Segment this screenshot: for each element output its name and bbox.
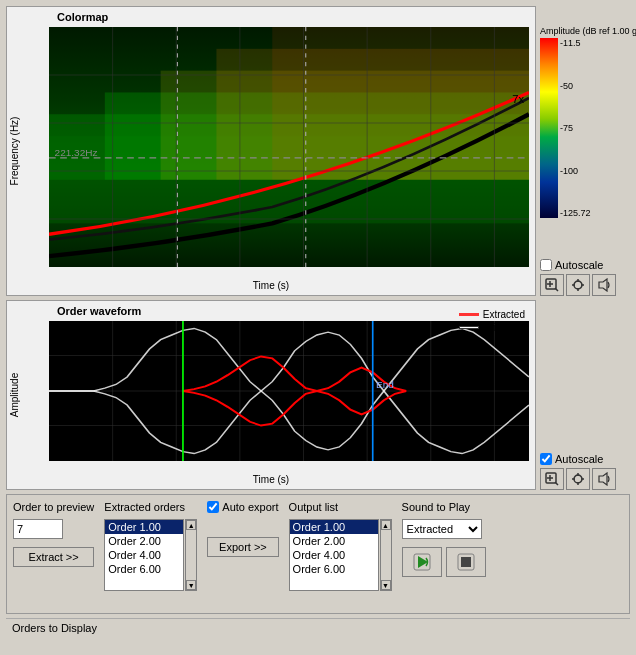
list-item[interactable]: Order 1.00 bbox=[290, 520, 378, 534]
svg-line-51 bbox=[555, 482, 558, 485]
audio-icon-2 bbox=[597, 472, 611, 486]
waveform-panel: Order waveform Amplitude bbox=[6, 300, 630, 490]
bottom-audio-btn[interactable] bbox=[592, 468, 616, 490]
waveform-title: Order waveform bbox=[57, 305, 141, 317]
orders-to-display-label: Orders to Display bbox=[6, 620, 97, 634]
colormap-area: Colormap Frequency (Hz) bbox=[6, 6, 536, 296]
amp-label: Amplitude (dB ref 1.00 g) bbox=[540, 26, 630, 36]
extracted-orders-listbox[interactable]: Order 1.00 Order 2.00 Order 4.00 Order 6… bbox=[104, 519, 184, 591]
list-item[interactable]: Order 4.00 bbox=[105, 548, 183, 562]
pan-icon-2 bbox=[571, 472, 585, 486]
bottom-controls: Order to preview Extract >> Extracted or… bbox=[6, 494, 630, 614]
output-listbox[interactable]: Order 1.00 Order 2.00 Order 4.00 Order 6… bbox=[289, 519, 379, 591]
autoscale-top-label: Autoscale bbox=[555, 259, 603, 271]
legend-area: Extracted Original bbox=[459, 309, 525, 335]
list-item[interactable]: Order 1.00 bbox=[105, 520, 183, 534]
top-pan-btn[interactable] bbox=[566, 274, 590, 296]
svg-marker-57 bbox=[599, 473, 607, 485]
sound-to-play-select[interactable]: Extracted Original bbox=[402, 519, 482, 539]
list-item[interactable]: Order 6.00 bbox=[105, 562, 183, 576]
bottom-toolbar bbox=[540, 468, 630, 490]
extract-button[interactable]: Extract >> bbox=[13, 547, 94, 567]
play-icon bbox=[412, 552, 432, 572]
colorbar-labels: -11.5 -50 -75 -100 -125.72 bbox=[560, 38, 591, 218]
colormap-y-label: Frequency (Hz) bbox=[9, 117, 20, 186]
sound-to-play-label: Sound to Play bbox=[402, 501, 486, 513]
legend-extracted: Extracted bbox=[459, 309, 525, 320]
extracted-scrollbar: ▲ ▼ bbox=[185, 519, 197, 591]
colorbar-container: -11.5 -50 -75 -100 -125.72 bbox=[540, 38, 630, 218]
svg-text:7x: 7x bbox=[512, 93, 524, 105]
output-list-label: Output list bbox=[289, 501, 392, 513]
autoscale-bottom-row: Autoscale bbox=[540, 453, 630, 465]
list-item[interactable]: Order 2.00 bbox=[105, 534, 183, 548]
zoom-in-icon-2 bbox=[545, 472, 559, 486]
colormap-x-label: Time (s) bbox=[253, 280, 289, 291]
waveform-area: Order waveform Amplitude bbox=[6, 300, 536, 490]
colormap-plot: 7x 221.32Hz 0 2 4 6 8 10 12 14.4 bbox=[49, 27, 529, 267]
extracted-orders-container: Order 1.00 Order 2.00 Order 4.00 Order 6… bbox=[104, 519, 197, 591]
scroll-down-btn[interactable]: ▼ bbox=[186, 580, 196, 590]
svg-text:221.32Hz: 221.32Hz bbox=[55, 147, 98, 158]
extracted-orders-label: Extracted orders bbox=[104, 501, 197, 513]
scroll-down-btn-2[interactable]: ▼ bbox=[381, 580, 391, 590]
colorbar-gradient bbox=[540, 38, 558, 218]
autoscale-bottom-checkbox[interactable] bbox=[540, 453, 552, 465]
waveform-x-label: Time (s) bbox=[253, 474, 289, 485]
stop-button[interactable] bbox=[446, 547, 486, 577]
original-line-icon bbox=[459, 326, 479, 329]
top-toolbar bbox=[540, 274, 630, 296]
colormap-title: Colormap bbox=[57, 11, 108, 23]
autoscale-top-row: Autoscale bbox=[540, 259, 630, 271]
waveform-y-label: Amplitude bbox=[9, 373, 20, 417]
extracted-line-icon bbox=[459, 313, 479, 316]
list-item[interactable]: Order 2.00 bbox=[290, 534, 378, 548]
export-button[interactable]: Export >> bbox=[207, 537, 278, 557]
bottom-pan-btn[interactable] bbox=[566, 468, 590, 490]
list-item[interactable]: Order 6.00 bbox=[290, 562, 378, 576]
scroll-up-btn-2[interactable]: ▲ bbox=[381, 520, 391, 530]
svg-point-28 bbox=[574, 281, 582, 289]
auto-export-checkbox[interactable] bbox=[207, 501, 219, 513]
play-button[interactable] bbox=[402, 547, 442, 577]
colorbar-label-5: -125.72 bbox=[560, 208, 591, 218]
colorbar-label-4: -100 bbox=[560, 166, 591, 176]
main-container: Colormap Frequency (Hz) bbox=[0, 0, 636, 655]
top-zoom-in-btn[interactable] bbox=[540, 274, 564, 296]
svg-text:End: End bbox=[376, 381, 394, 390]
svg-point-52 bbox=[574, 475, 582, 483]
audio-icon bbox=[597, 278, 611, 292]
output-scrollbar: ▲ ▼ bbox=[380, 519, 392, 591]
order-preview-input[interactable] bbox=[13, 519, 63, 539]
orders-to-display-bar: Orders to Display bbox=[6, 618, 630, 634]
play-stop-row bbox=[402, 547, 486, 577]
stop-icon bbox=[456, 552, 476, 572]
top-controls: Autoscale bbox=[540, 259, 630, 296]
bottom-zoom-in-btn[interactable] bbox=[540, 468, 564, 490]
waveform-svg: End bbox=[49, 321, 529, 461]
sound-to-play-group: Sound to Play Extracted Original bbox=[402, 501, 486, 577]
extracted-orders-group: Extracted orders Order 1.00 Order 2.00 O… bbox=[104, 501, 197, 591]
colorbar-label-2: -50 bbox=[560, 81, 591, 91]
svg-line-27 bbox=[555, 288, 558, 291]
svg-marker-33 bbox=[599, 279, 607, 291]
svg-rect-7 bbox=[272, 27, 529, 180]
legend-original: Original bbox=[459, 322, 525, 333]
legend-extracted-label: Extracted bbox=[483, 309, 525, 320]
output-list-container: Order 1.00 Order 2.00 Order 4.00 Order 6… bbox=[289, 519, 392, 591]
order-preview-label: Order to preview bbox=[13, 501, 94, 513]
order-preview-group: Order to preview Extract >> bbox=[13, 501, 94, 567]
colorbar-panel: Amplitude (dB ref 1.00 g) -11.5 -50 -75 … bbox=[540, 6, 630, 296]
export-group: Auto export Export >> bbox=[207, 501, 278, 557]
colorbar-label-3: -75 bbox=[560, 123, 591, 133]
output-list-group: Output list Order 1.00 Order 2.00 Order … bbox=[289, 501, 392, 591]
autoscale-bottom-label: Autoscale bbox=[555, 453, 603, 465]
svg-rect-61 bbox=[461, 557, 471, 567]
pan-icon bbox=[571, 278, 585, 292]
waveform-plot: End 0.0 2.0 4.0 6.0 8.0 10.0 12.0 14.6 1… bbox=[49, 321, 529, 461]
auto-export-text: Auto export bbox=[222, 501, 278, 513]
scroll-up-btn[interactable]: ▲ bbox=[186, 520, 196, 530]
list-item[interactable]: Order 4.00 bbox=[290, 548, 378, 562]
top-audio-btn[interactable] bbox=[592, 274, 616, 296]
autoscale-top-checkbox[interactable] bbox=[540, 259, 552, 271]
